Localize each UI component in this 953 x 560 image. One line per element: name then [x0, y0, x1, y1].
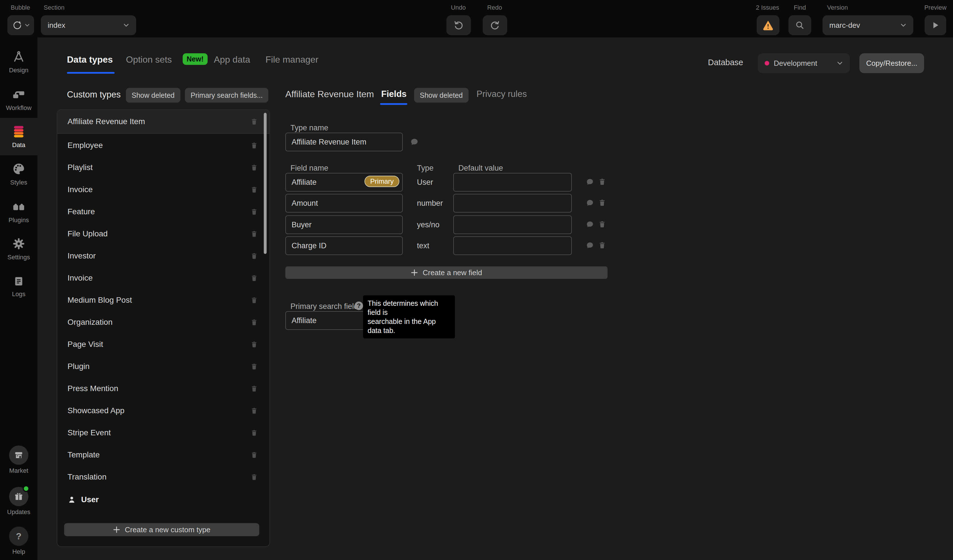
custom-type-row[interactable]: Page Visit [57, 333, 269, 355]
bubble-label: Bubble [11, 4, 30, 11]
comment-icon[interactable] [585, 220, 594, 229]
type-name-input[interactable] [285, 133, 403, 151]
show-deleted-fields-button[interactable]: Show deleted [414, 88, 469, 103]
create-custom-type-button[interactable]: Create a new custom type [64, 523, 259, 536]
tab-privacy-rules[interactable]: Privacy rules [476, 89, 527, 99]
sidebar-item-settings[interactable]: Settings [0, 230, 37, 268]
default-value-input[interactable] [453, 237, 572, 255]
trash-icon[interactable] [250, 274, 258, 282]
custom-type-row[interactable]: Stripe Event [57, 422, 269, 444]
trash-icon[interactable] [598, 178, 607, 186]
question-mark-icon: ? [16, 531, 22, 541]
trash-icon[interactable] [250, 473, 258, 481]
section-select[interactable]: index [41, 15, 136, 35]
field-name-input[interactable]: Charge ID [285, 237, 403, 255]
custom-type-row[interactable]: Invoice [57, 267, 269, 289]
gear-icon [12, 237, 26, 251]
trash-icon[interactable] [598, 241, 607, 249]
database-icon [12, 124, 26, 139]
field-name-value: Charge ID [292, 241, 326, 250]
trash-icon[interactable] [598, 220, 607, 228]
tooltip-line-2: searchable in the App data tab. [368, 317, 450, 335]
custom-type-row[interactable]: Press Mention [57, 377, 269, 400]
workflow-icon [11, 87, 26, 101]
trash-icon[interactable] [250, 429, 258, 437]
field-name-input[interactable]: Buyer [285, 215, 403, 234]
create-field-button[interactable]: Create a new field [285, 266, 607, 279]
tab-app-data[interactable]: App data [214, 54, 250, 65]
find-button[interactable] [788, 15, 811, 35]
trash-icon[interactable] [250, 362, 258, 370]
sidebar-item-design[interactable]: Design [0, 43, 37, 80]
version-select[interactable]: marc-dev [823, 15, 913, 35]
trash-icon[interactable] [250, 141, 258, 149]
list-scrollbar-thumb[interactable] [264, 113, 267, 254]
custom-type-row[interactable]: File Upload [57, 223, 269, 245]
custom-types-list: Affiliate Revenue Item Employee Playlist… [57, 110, 270, 547]
trash-icon[interactable] [250, 230, 258, 238]
market-button[interactable] [9, 446, 28, 465]
redo-icon [489, 20, 500, 31]
trash-icon[interactable] [250, 340, 258, 348]
trash-icon[interactable] [250, 318, 258, 326]
built-in-type-row-user[interactable]: User [57, 489, 269, 511]
trash-icon[interactable] [250, 407, 258, 415]
custom-type-row[interactable]: Playlist [57, 156, 269, 178]
custom-type-row[interactable]: Showcased App [57, 400, 269, 422]
trash-icon[interactable] [598, 198, 607, 207]
custom-type-row[interactable]: Feature [57, 201, 269, 223]
sidebar-item-workflow[interactable]: Workflow [0, 80, 37, 118]
field-name-input[interactable]: Amount [285, 194, 403, 212]
preview-button[interactable] [925, 15, 946, 35]
comment-icon[interactable] [410, 137, 419, 147]
custom-type-row[interactable]: Investor [57, 245, 269, 267]
trash-icon[interactable] [250, 252, 258, 260]
tab-data-types[interactable]: Data types [67, 54, 113, 65]
custom-type-name: Employee [67, 141, 103, 150]
custom-type-row[interactable]: Medium Blog Post [57, 289, 269, 311]
custom-type-row[interactable]: Affiliate Revenue Item [57, 110, 269, 134]
copy-restore-button[interactable]: Copy/Restore... [859, 53, 924, 73]
trash-icon[interactable] [250, 296, 258, 304]
help-button[interactable]: ? [9, 527, 28, 546]
trash-icon[interactable] [250, 208, 258, 216]
tab-option-sets[interactable]: Option sets [126, 54, 172, 65]
custom-type-row[interactable]: Organization [57, 311, 269, 333]
warning-icon [762, 20, 774, 31]
custom-type-row[interactable]: Plugin [57, 355, 269, 377]
comment-icon[interactable] [585, 241, 594, 250]
comment-icon[interactable] [585, 178, 594, 187]
field-name-input[interactable]: Affiliate Primary [285, 173, 403, 192]
trash-icon[interactable] [250, 164, 258, 172]
sidebar-item-logs[interactable]: Logs [0, 268, 37, 305]
default-value-input[interactable] [453, 173, 572, 192]
bubble-logo-button[interactable] [8, 15, 34, 35]
show-deleted-types-button[interactable]: Show deleted [126, 88, 180, 103]
sidebar-item-label: Styles [10, 179, 27, 186]
sidebar-item-data[interactable]: Data [0, 118, 37, 155]
field-type: yes/no [417, 215, 439, 234]
custom-type-row[interactable]: Translation [57, 466, 269, 488]
comment-icon[interactable] [585, 198, 594, 207]
trash-icon[interactable] [250, 186, 258, 193]
primary-search-fields-button[interactable]: Primary search fields... [185, 88, 269, 103]
custom-type-name: Feature [67, 207, 95, 216]
environment-select[interactable]: Development [758, 53, 850, 73]
trash-icon[interactable] [250, 385, 258, 393]
custom-type-row[interactable]: Template [57, 444, 269, 466]
help-circle-icon[interactable]: ? [355, 302, 363, 310]
sidebar-item-styles[interactable]: Styles [0, 155, 37, 193]
tab-fields[interactable]: Fields [381, 89, 407, 99]
redo-button[interactable] [483, 15, 507, 35]
custom-type-row[interactable]: Employee [57, 135, 269, 156]
sidebar-item-plugins[interactable]: Plugins [0, 193, 37, 230]
default-value-input[interactable] [453, 194, 572, 212]
default-value-input[interactable] [453, 215, 572, 234]
primary-search-field-value: Affiliate [292, 316, 317, 325]
undo-button[interactable] [446, 15, 471, 35]
trash-icon[interactable] [250, 118, 258, 125]
issues-button[interactable] [757, 15, 779, 35]
trash-icon[interactable] [250, 451, 258, 459]
tab-file-manager[interactable]: File manager [265, 54, 318, 65]
custom-type-row[interactable]: Invoice [57, 178, 269, 201]
